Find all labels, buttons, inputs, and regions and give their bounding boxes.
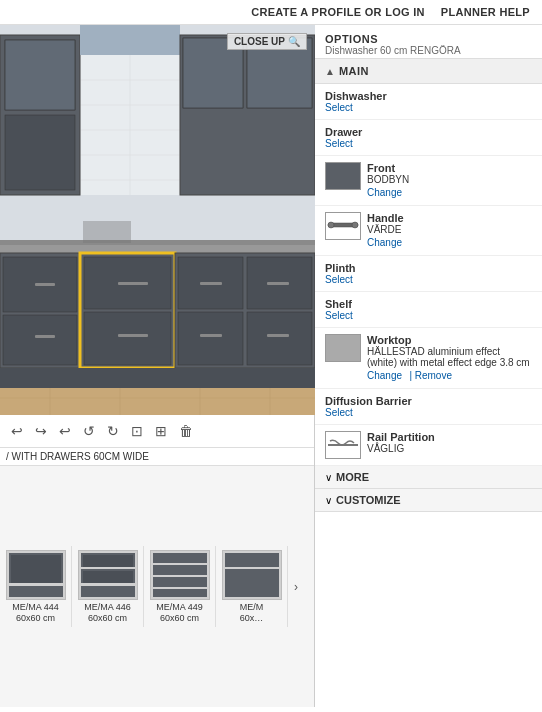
- svg-rect-69: [225, 569, 279, 597]
- option-front: Front BODBYN Change: [315, 156, 542, 206]
- rail-info: Rail Partition VÅGLIG: [367, 431, 532, 454]
- main-section-label: MAIN: [339, 65, 369, 77]
- redo-button[interactable]: ↪: [32, 421, 50, 441]
- handle-info: Handle VÄRDE Change: [367, 212, 532, 249]
- svg-rect-55: [9, 586, 63, 597]
- handle-change-link[interactable]: Change: [367, 237, 402, 248]
- worktop-thumbnail: [325, 334, 361, 362]
- svg-rect-51: [83, 221, 131, 243]
- svg-point-71: [328, 222, 334, 228]
- option-plinth: Plinth Select: [315, 256, 542, 292]
- close-up-label: CLOSE UP: [234, 36, 285, 47]
- thumbnail-item[interactable]: ME/M60x…: [216, 546, 288, 628]
- magnifier-icon: 🔍: [288, 36, 300, 47]
- svg-point-72: [352, 222, 358, 228]
- front-info: Front BODBYN Change: [367, 162, 532, 199]
- drawer-select-link[interactable]: Select: [325, 138, 532, 149]
- more-label: MORE: [336, 471, 369, 483]
- worktop-remove-link[interactable]: | Remove: [409, 370, 452, 381]
- undo-button[interactable]: ↩: [8, 421, 26, 441]
- svg-rect-45: [0, 388, 315, 415]
- svg-rect-64: [153, 565, 207, 575]
- svg-rect-33: [118, 282, 148, 285]
- worktop-change-link[interactable]: Change: [367, 370, 402, 381]
- thumb-image-0: [6, 550, 66, 600]
- rotate-ccw-button[interactable]: ↺: [80, 421, 98, 441]
- grid-button[interactable]: ⊞: [152, 421, 170, 441]
- svg-rect-15: [5, 40, 75, 110]
- thumbnail-item[interactable]: ME/MA 44960x60 cm: [144, 546, 216, 628]
- svg-rect-39: [247, 312, 312, 365]
- svg-rect-65: [153, 577, 207, 587]
- svg-rect-41: [267, 282, 289, 285]
- toolbar: ↩ ↪ ↩ ↺ ↻ ⊡ ⊞ 🗑: [0, 415, 314, 448]
- plinth-select-link[interactable]: Select: [325, 274, 532, 285]
- top-navigation: CREATE A PROFILE OR LOG IN PLANNER HELP: [0, 0, 542, 25]
- option-worktop: Worktop HÄLLESTAD aluminium effect (whit…: [315, 328, 542, 389]
- rail-thumbnail: [325, 431, 361, 459]
- svg-rect-60: [83, 571, 133, 583]
- worktop-info: Worktop HÄLLESTAD aluminium effect (whit…: [367, 334, 532, 382]
- create-profile-link[interactable]: CREATE A PROFILE OR LOG IN: [251, 6, 425, 18]
- svg-rect-43: [267, 334, 289, 337]
- svg-rect-40: [200, 282, 222, 285]
- svg-rect-44: [0, 368, 315, 388]
- options-subtitle: Dishwasher 60 cm RENGÖRA: [325, 45, 532, 56]
- svg-rect-54: [11, 555, 61, 583]
- options-title: OPTIONS: [325, 33, 532, 45]
- front-change-link[interactable]: Change: [367, 187, 402, 198]
- customize-section-header[interactable]: ∨ CUSTOMIZE: [315, 489, 542, 512]
- more-section-header[interactable]: ∨ MORE: [315, 466, 542, 489]
- option-shelf: Shelf Select: [315, 292, 542, 328]
- front-name: Front: [367, 162, 532, 174]
- svg-rect-14: [5, 115, 75, 190]
- option-drawer: Drawer Select: [315, 120, 542, 156]
- planner-help-link[interactable]: PLANNER HELP: [441, 6, 530, 18]
- thumbnails-next-arrow[interactable]: ›: [288, 578, 304, 596]
- options-scroll-area[interactable]: ▲ MAIN Dishwasher Select Drawer Select F…: [315, 59, 542, 707]
- handle-name: Handle: [367, 212, 532, 224]
- shelf-select-link[interactable]: Select: [325, 310, 532, 321]
- svg-rect-16: [80, 25, 180, 55]
- thumbnail-item[interactable]: ME/MA 44660x60 cm: [72, 546, 144, 628]
- svg-rect-27: [35, 283, 55, 286]
- front-thumbnail: [325, 162, 361, 190]
- rotate-cw-button[interactable]: ↻: [104, 421, 122, 441]
- right-panel: OPTIONS Dishwasher 60 cm RENGÖRA ▲ MAIN …: [315, 25, 542, 707]
- svg-rect-66: [153, 589, 207, 597]
- main-section-arrow: ▲: [325, 66, 335, 77]
- svg-rect-68: [225, 553, 279, 567]
- thumb-label-1: ME/MA 44660x60 cm: [84, 602, 131, 624]
- svg-rect-63: [153, 553, 207, 563]
- option-rail-partition: Rail Partition VÅGLIG: [315, 425, 542, 466]
- dishwasher-select-link[interactable]: Select: [325, 102, 532, 113]
- options-header: OPTIONS Dishwasher 60 cm RENGÖRA: [315, 25, 542, 59]
- delete-button[interactable]: 🗑: [176, 421, 196, 441]
- svg-rect-38: [178, 312, 243, 365]
- dishwasher-name: Dishwasher: [325, 90, 532, 102]
- main-layout: CLOSE UP 🔍 ↩ ↪ ↩ ↺ ↻ ⊡ ⊞ 🗑 / WITH DRAWER…: [0, 25, 542, 707]
- svg-rect-32: [84, 312, 171, 365]
- kitchen-view: CLOSE UP 🔍: [0, 25, 315, 415]
- thumbnail-item[interactable]: ME/MA 44460x60 cm: [0, 546, 72, 628]
- plinth-name: Plinth: [325, 262, 532, 274]
- diffusion-barrier-select-link[interactable]: Select: [325, 407, 532, 418]
- close-up-button[interactable]: CLOSE UP 🔍: [227, 33, 307, 50]
- svg-rect-34: [118, 334, 148, 337]
- worktop-detail: HÄLLESTAD aluminium effect (white) with …: [367, 346, 532, 368]
- front-detail: BODBYN: [367, 174, 532, 185]
- svg-rect-28: [35, 335, 55, 338]
- thumb-image-1: [78, 550, 138, 600]
- copy-button[interactable]: ⊡: [128, 421, 146, 441]
- rotate-left-button[interactable]: ↩: [56, 421, 74, 441]
- thumb-label-2: ME/MA 44960x60 cm: [156, 602, 203, 624]
- customize-label: CUSTOMIZE: [336, 494, 401, 506]
- option-handle: Handle VÄRDE Change: [315, 206, 542, 256]
- thumb-image-2: [150, 550, 210, 600]
- rail-detail: VÅGLIG: [367, 443, 532, 454]
- handle-detail: VÄRDE: [367, 224, 532, 235]
- left-panel: CLOSE UP 🔍 ↩ ↪ ↩ ↺ ↻ ⊡ ⊞ 🗑 / WITH DRAWER…: [0, 25, 315, 707]
- diffusion-barrier-name: Diffusion Barrier: [325, 395, 532, 407]
- main-section-header[interactable]: ▲ MAIN: [315, 59, 542, 84]
- shelf-name: Shelf: [325, 298, 532, 310]
